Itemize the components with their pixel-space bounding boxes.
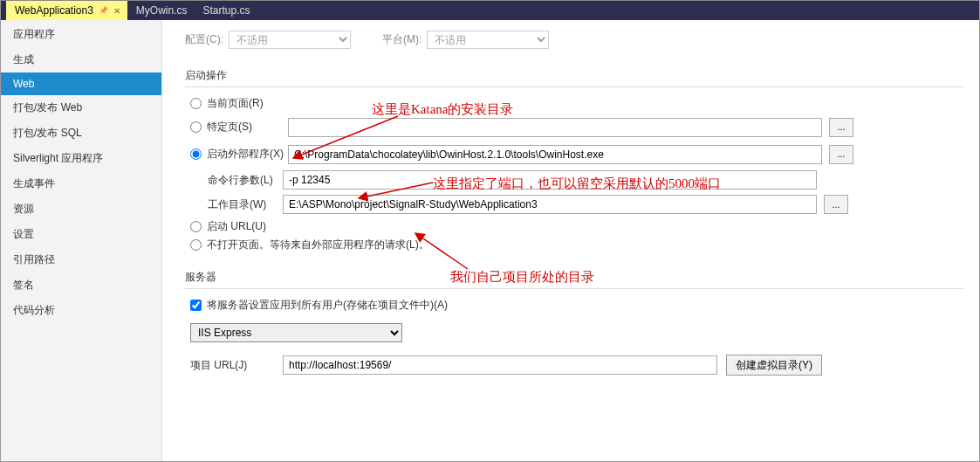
- cmd-args-label: 命令行参数(L): [185, 173, 283, 188]
- tab-myowin[interactable]: MyOwin.cs: [127, 1, 195, 20]
- external-program-browse-button[interactable]: ...: [829, 145, 853, 164]
- radio-input-specific[interactable]: [190, 121, 202, 133]
- cmd-args-input[interactable]: [283, 170, 817, 190]
- config-select: 不适用: [229, 31, 351, 49]
- radio-external-program[interactable]: 启动外部程序(X): [190, 147, 288, 162]
- sidebar-item-resources[interactable]: 资源: [1, 197, 161, 222]
- sidebar-item-silverlight[interactable]: Silverlight 应用程序: [1, 146, 161, 171]
- external-program-input[interactable]: [288, 145, 822, 164]
- content-panel: 配置(C): 不适用 平台(M): 不适用 启动操作 当前页面(R) 特定页(S…: [162, 20, 979, 461]
- sidebar-item-build[interactable]: 生成: [1, 47, 161, 72]
- radio-input-external[interactable]: [190, 148, 202, 160]
- specific-page-input[interactable]: [288, 118, 822, 137]
- work-dir-input[interactable]: [283, 195, 817, 214]
- specific-page-browse-button[interactable]: ...: [829, 118, 853, 137]
- work-dir-label: 工作目录(W): [185, 197, 283, 212]
- sidebar-item-pkg-sql[interactable]: 打包/发布 SQL: [1, 121, 161, 146]
- tab-bar: WebApplication3 📌 ✕ MyOwin.cs Startup.cs: [1, 0, 979, 20]
- settings-sidebar: 应用程序 生成 Web 打包/发布 Web 打包/发布 SQL Silverli…: [1, 20, 162, 461]
- config-label: 配置(C):: [185, 32, 223, 47]
- divider: [185, 288, 963, 289]
- sidebar-item-signing[interactable]: 签名: [1, 272, 161, 298]
- platform-select: 不适用: [427, 31, 549, 49]
- apply-all-checkbox[interactable]: [190, 300, 202, 311]
- close-icon[interactable]: ✕: [113, 6, 120, 16]
- work-dir-browse-button[interactable]: ...: [824, 195, 848, 214]
- divider: [185, 86, 963, 87]
- project-url-input[interactable]: [283, 355, 717, 375]
- tab-webapplication3[interactable]: WebApplication3 📌 ✕: [6, 1, 127, 20]
- sidebar-item-web[interactable]: Web: [1, 72, 161, 95]
- radio-input-url[interactable]: [190, 221, 202, 232]
- sidebar-item-app[interactable]: 应用程序: [1, 22, 161, 47]
- sidebar-item-settings[interactable]: 设置: [1, 222, 161, 247]
- server-title: 服务器: [185, 270, 963, 285]
- radio-start-url[interactable]: 启动 URL(U): [190, 219, 963, 234]
- radio-specific-page[interactable]: 特定页(S): [190, 120, 288, 134]
- tab-label: Startup.cs: [203, 4, 250, 17]
- apply-all-users-check[interactable]: 将服务器设置应用到所有用户(存储在项目文件中)(A): [190, 298, 963, 313]
- radio-input-current[interactable]: [190, 98, 202, 109]
- tab-startup[interactable]: Startup.cs: [195, 1, 257, 20]
- pin-icon: 📌: [99, 6, 108, 15]
- create-vdir-button[interactable]: 创建虚拟目录(Y): [726, 355, 822, 376]
- radio-no-open[interactable]: 不打开页面。等待来自外部应用程序的请求(L)。: [190, 238, 963, 252]
- sidebar-item-codeanalysis[interactable]: 代码分析: [1, 298, 161, 323]
- tab-label: MyOwin.cs: [136, 4, 188, 17]
- radio-input-noopen[interactable]: [190, 239, 202, 251]
- radio-current-page[interactable]: 当前页面(R): [190, 96, 963, 111]
- project-url-label: 项目 URL(J): [190, 358, 283, 373]
- sidebar-item-refpaths[interactable]: 引用路径: [1, 247, 161, 272]
- sidebar-item-build-events[interactable]: 生成事件: [1, 171, 161, 197]
- sidebar-item-pkg-web[interactable]: 打包/发布 Web: [1, 95, 161, 121]
- start-action-title: 启动操作: [185, 68, 963, 83]
- tab-label: WebApplication3: [15, 4, 93, 17]
- server-select[interactable]: IIS Express: [190, 323, 402, 342]
- platform-label: 平台(M):: [382, 32, 421, 47]
